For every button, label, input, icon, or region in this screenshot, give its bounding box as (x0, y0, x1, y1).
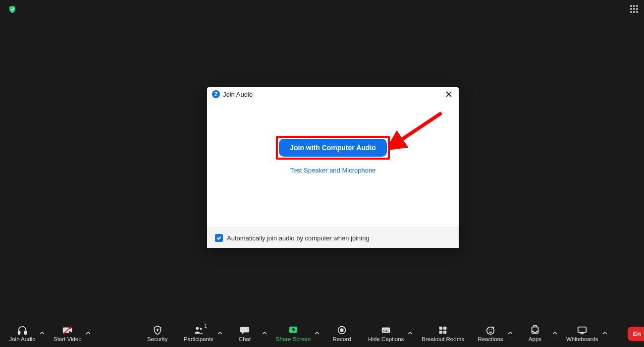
svg-point-20 (491, 329, 492, 330)
apps-caret[interactable] (550, 331, 559, 336)
auto-join-audio-label: Automatically join audio by computer whe… (227, 234, 370, 242)
toolbar-label: Breakout Rooms (422, 336, 464, 342)
close-icon[interactable] (444, 89, 454, 99)
toolbar-label: Whiteboards (566, 336, 598, 342)
dialog-footer: Automatically join audio by computer whe… (207, 228, 459, 248)
start-video-button[interactable]: Start Video (52, 324, 84, 342)
svg-rect-17 (443, 331, 446, 334)
record-button[interactable]: Record (326, 324, 357, 342)
apps-icon (530, 324, 540, 336)
share-screen-icon (288, 324, 299, 336)
hide-captions-caret[interactable] (406, 331, 415, 336)
participants-caret[interactable] (215, 331, 224, 336)
participants-button[interactable]: 1 Participants (182, 324, 215, 342)
captions-icon: CC (380, 324, 391, 336)
annotation-highlight-box: Join with Computer Audio (276, 136, 390, 160)
auto-join-audio-checkbox[interactable] (215, 234, 223, 242)
headphones-icon (17, 324, 28, 336)
reactions-caret[interactable] (506, 331, 515, 336)
join-audio-button[interactable]: Join Audio (7, 324, 38, 342)
toolbar-label: Start Video (54, 336, 82, 342)
share-screen-caret[interactable] (313, 331, 322, 336)
svg-rect-1 (18, 331, 20, 334)
shield-icon (152, 324, 163, 336)
encryption-shield-icon[interactable] (8, 5, 17, 14)
toolbar-label: Record (333, 336, 351, 342)
svg-point-8 (200, 328, 202, 330)
breakout-rooms-icon (437, 324, 448, 336)
whiteboards-icon (577, 324, 588, 336)
start-video-caret[interactable] (84, 331, 93, 336)
svg-point-5 (157, 329, 158, 330)
svg-rect-15 (443, 327, 446, 330)
hide-captions-button[interactable]: CC Hide Captions (366, 324, 406, 342)
toolbar-label: Hide Captions (368, 336, 404, 342)
svg-point-19 (488, 329, 489, 330)
svg-point-11 (340, 329, 343, 332)
toolbar-label: Security (147, 336, 168, 342)
reactions-icon (485, 324, 496, 336)
whiteboards-caret[interactable] (600, 331, 609, 336)
toolbar-label: Reactions (478, 336, 503, 342)
reactions-button[interactable]: Reactions (475, 324, 506, 342)
svg-point-7 (196, 327, 199, 330)
join-audio-caret[interactable] (38, 331, 47, 336)
toolbar-label: Join Audio (9, 336, 35, 342)
whiteboards-button[interactable]: Whiteboards (564, 324, 600, 342)
end-meeting-button[interactable]: En (628, 327, 644, 341)
svg-rect-16 (439, 331, 442, 334)
zoom-logo-icon: Z (212, 90, 220, 98)
participants-icon: 1 (193, 324, 204, 336)
gallery-view-icon[interactable] (629, 4, 640, 15)
svg-rect-2 (25, 331, 27, 334)
participants-count-badge: 1 (204, 323, 207, 329)
toolbar-label: Chat (239, 336, 251, 342)
security-button[interactable]: Security (142, 324, 173, 342)
svg-text:CC: CC (383, 329, 389, 333)
toolbar-label: Apps (529, 336, 541, 342)
share-screen-button[interactable]: Share Screen (274, 324, 313, 342)
toolbar-label: Participants (184, 336, 214, 342)
meeting-toolbar: Join Audio Start Video Security (0, 319, 644, 347)
test-speaker-microphone-link[interactable]: Test Speaker and Microphone (290, 167, 376, 174)
chat-icon (239, 324, 250, 336)
svg-rect-14 (439, 327, 442, 330)
svg-rect-22 (578, 327, 587, 333)
apps-button[interactable]: Apps (520, 324, 550, 342)
toolbar-label: Share Screen (276, 336, 311, 342)
dialog-body: Join with Computer Audio Test Speaker an… (207, 101, 459, 228)
chat-caret[interactable] (260, 331, 269, 336)
chat-button[interactable]: Chat (229, 324, 260, 342)
end-label: En (633, 330, 641, 338)
record-icon (336, 324, 347, 336)
dialog-titlebar: Z Join Audio (207, 87, 459, 101)
join-with-computer-audio-button[interactable]: Join with Computer Audio (279, 139, 387, 157)
dialog-title: Join Audio (223, 91, 253, 98)
video-off-icon (62, 324, 73, 336)
breakout-rooms-button[interactable]: Breakout Rooms (420, 324, 466, 342)
join-audio-dialog: Z Join Audio Join with Computer Audio Te… (207, 87, 459, 248)
